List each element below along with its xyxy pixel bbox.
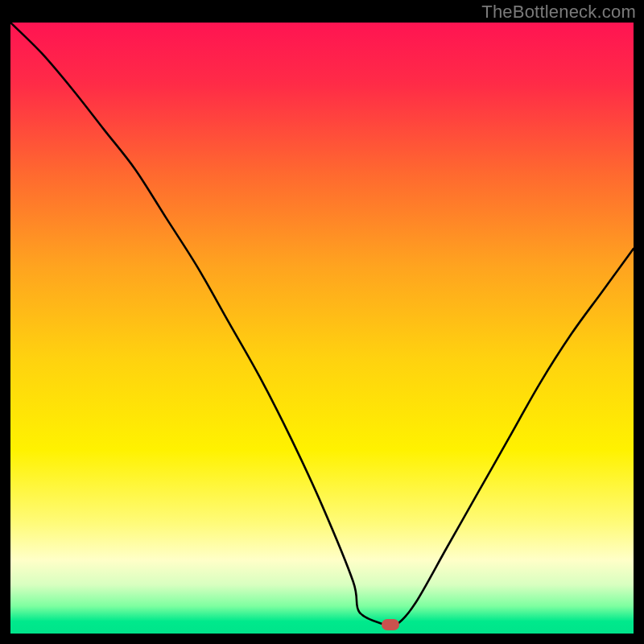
- plot-background: [10, 23, 634, 634]
- plot-svg: [10, 23, 634, 634]
- optimum-marker: [382, 619, 399, 630]
- attribution-text: TheBottleneck.com: [481, 2, 636, 23]
- chart-frame: TheBottleneck.com: [0, 0, 644, 644]
- plot-area: [10, 23, 634, 634]
